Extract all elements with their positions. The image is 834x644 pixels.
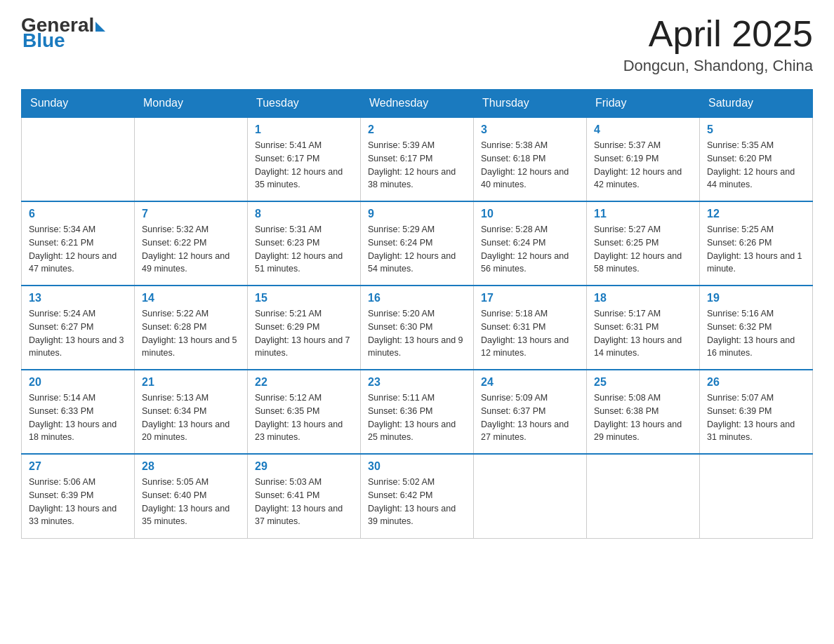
page-header: General Blue April 2025 Dongcun, Shandon…	[21, 14, 813, 75]
day-number: 13	[29, 292, 127, 304]
day-info: Sunrise: 5:07 AMSunset: 6:39 PMDaylight:…	[707, 391, 805, 444]
day-number: 25	[594, 376, 692, 389]
day-number: 23	[368, 376, 466, 389]
day-number: 18	[594, 292, 692, 304]
calendar-week-row: 1Sunrise: 5:41 AMSunset: 6:17 PMDaylight…	[22, 117, 813, 201]
calendar-day-cell: 11Sunrise: 5:27 AMSunset: 6:25 PMDayligh…	[587, 201, 700, 286]
calendar-week-row: 6Sunrise: 5:34 AMSunset: 6:21 PMDaylight…	[22, 201, 813, 286]
day-info: Sunrise: 5:13 AMSunset: 6:34 PMDaylight:…	[142, 391, 240, 444]
calendar-day-cell: 6Sunrise: 5:34 AMSunset: 6:21 PMDaylight…	[22, 201, 135, 286]
day-number: 5	[707, 123, 805, 136]
day-info: Sunrise: 5:31 AMSunset: 6:23 PMDaylight:…	[255, 223, 353, 276]
logo-arrow-icon	[95, 22, 105, 32]
day-number: 21	[142, 376, 240, 389]
calendar-day-cell: 30Sunrise: 5:02 AMSunset: 6:42 PMDayligh…	[361, 454, 474, 538]
day-info: Sunrise: 5:02 AMSunset: 6:42 PMDaylight:…	[368, 476, 466, 528]
day-number: 14	[142, 292, 240, 304]
calendar-day-cell	[700, 454, 813, 538]
day-number: 20	[29, 376, 127, 389]
day-of-week-header: Tuesday	[248, 90, 361, 118]
logo-blue-text: Blue	[22, 29, 65, 52]
day-info: Sunrise: 5:34 AMSunset: 6:21 PMDaylight:…	[29, 223, 127, 276]
calendar-table: SundayMondayTuesdayWednesdayThursdayFrid…	[21, 89, 813, 539]
calendar-day-cell	[135, 117, 248, 201]
calendar-day-cell: 5Sunrise: 5:35 AMSunset: 6:20 PMDaylight…	[700, 117, 813, 201]
day-number: 27	[29, 460, 127, 473]
day-of-week-header: Wednesday	[361, 90, 474, 118]
logo: General Blue	[21, 14, 105, 52]
day-info: Sunrise: 5:29 AMSunset: 6:24 PMDaylight:…	[368, 223, 466, 276]
calendar-day-cell: 1Sunrise: 5:41 AMSunset: 6:17 PMDaylight…	[248, 117, 361, 201]
day-number: 1	[255, 123, 353, 136]
calendar-day-cell: 4Sunrise: 5:37 AMSunset: 6:19 PMDaylight…	[587, 117, 700, 201]
day-info: Sunrise: 5:25 AMSunset: 6:26 PMDaylight:…	[707, 223, 805, 276]
day-number: 30	[368, 460, 466, 473]
calendar-day-cell: 25Sunrise: 5:08 AMSunset: 6:38 PMDayligh…	[587, 370, 700, 454]
day-info: Sunrise: 5:37 AMSunset: 6:19 PMDaylight:…	[594, 139, 692, 192]
day-number: 24	[481, 376, 579, 389]
calendar-body: 1Sunrise: 5:41 AMSunset: 6:17 PMDaylight…	[22, 117, 813, 538]
calendar-day-cell: 26Sunrise: 5:07 AMSunset: 6:39 PMDayligh…	[700, 370, 813, 454]
calendar-day-cell: 2Sunrise: 5:39 AMSunset: 6:17 PMDaylight…	[361, 117, 474, 201]
day-info: Sunrise: 5:22 AMSunset: 6:28 PMDaylight:…	[142, 307, 240, 360]
day-info: Sunrise: 5:14 AMSunset: 6:33 PMDaylight:…	[29, 391, 127, 444]
calendar-day-cell: 13Sunrise: 5:24 AMSunset: 6:27 PMDayligh…	[22, 286, 135, 370]
day-info: Sunrise: 5:09 AMSunset: 6:37 PMDaylight:…	[481, 391, 579, 444]
day-number: 2	[368, 123, 466, 136]
day-number: 28	[142, 460, 240, 473]
day-of-week-header: Thursday	[474, 90, 587, 118]
title-section: April 2025 Dongcun, Shandong, China	[623, 14, 813, 75]
day-number: 3	[481, 123, 579, 136]
day-info: Sunrise: 5:16 AMSunset: 6:32 PMDaylight:…	[707, 307, 805, 360]
calendar-day-cell: 19Sunrise: 5:16 AMSunset: 6:32 PMDayligh…	[700, 286, 813, 370]
day-number: 12	[707, 208, 805, 220]
calendar-header: SundayMondayTuesdayWednesdayThursdayFrid…	[22, 90, 813, 118]
day-number: 11	[594, 208, 692, 220]
calendar-day-cell: 3Sunrise: 5:38 AMSunset: 6:18 PMDaylight…	[474, 117, 587, 201]
day-number: 10	[481, 208, 579, 220]
day-of-week-header: Sunday	[22, 90, 135, 118]
calendar-day-cell: 16Sunrise: 5:20 AMSunset: 6:30 PMDayligh…	[361, 286, 474, 370]
day-number: 16	[368, 292, 466, 304]
day-of-week-header: Monday	[135, 90, 248, 118]
day-info: Sunrise: 5:35 AMSunset: 6:20 PMDaylight:…	[707, 139, 805, 192]
calendar-day-cell: 18Sunrise: 5:17 AMSunset: 6:31 PMDayligh…	[587, 286, 700, 370]
calendar-day-cell: 10Sunrise: 5:28 AMSunset: 6:24 PMDayligh…	[474, 201, 587, 286]
day-info: Sunrise: 5:17 AMSunset: 6:31 PMDaylight:…	[594, 307, 692, 360]
calendar-day-cell: 24Sunrise: 5:09 AMSunset: 6:37 PMDayligh…	[474, 370, 587, 454]
header-row: SundayMondayTuesdayWednesdayThursdayFrid…	[22, 90, 813, 118]
day-number: 26	[707, 376, 805, 389]
day-info: Sunrise: 5:06 AMSunset: 6:39 PMDaylight:…	[29, 476, 127, 528]
calendar-day-cell: 12Sunrise: 5:25 AMSunset: 6:26 PMDayligh…	[700, 201, 813, 286]
calendar-day-cell: 15Sunrise: 5:21 AMSunset: 6:29 PMDayligh…	[248, 286, 361, 370]
calendar-day-cell: 14Sunrise: 5:22 AMSunset: 6:28 PMDayligh…	[135, 286, 248, 370]
calendar-day-cell: 29Sunrise: 5:03 AMSunset: 6:41 PMDayligh…	[248, 454, 361, 538]
day-info: Sunrise: 5:28 AMSunset: 6:24 PMDaylight:…	[481, 223, 579, 276]
calendar-day-cell: 21Sunrise: 5:13 AMSunset: 6:34 PMDayligh…	[135, 370, 248, 454]
calendar-day-cell: 20Sunrise: 5:14 AMSunset: 6:33 PMDayligh…	[22, 370, 135, 454]
calendar-day-cell: 7Sunrise: 5:32 AMSunset: 6:22 PMDaylight…	[135, 201, 248, 286]
day-info: Sunrise: 5:12 AMSunset: 6:35 PMDaylight:…	[255, 391, 353, 444]
day-info: Sunrise: 5:08 AMSunset: 6:38 PMDaylight:…	[594, 391, 692, 444]
day-number: 8	[255, 208, 353, 220]
day-number: 29	[255, 460, 353, 473]
month-title: April 2025	[623, 14, 813, 54]
calendar-day-cell: 27Sunrise: 5:06 AMSunset: 6:39 PMDayligh…	[22, 454, 135, 538]
day-number: 9	[368, 208, 466, 220]
day-info: Sunrise: 5:32 AMSunset: 6:22 PMDaylight:…	[142, 223, 240, 276]
calendar-week-row: 13Sunrise: 5:24 AMSunset: 6:27 PMDayligh…	[22, 286, 813, 370]
day-info: Sunrise: 5:24 AMSunset: 6:27 PMDaylight:…	[29, 307, 127, 360]
calendar-day-cell: 28Sunrise: 5:05 AMSunset: 6:40 PMDayligh…	[135, 454, 248, 538]
calendar-day-cell	[587, 454, 700, 538]
calendar-day-cell	[474, 454, 587, 538]
day-number: 17	[481, 292, 579, 304]
calendar-day-cell: 22Sunrise: 5:12 AMSunset: 6:35 PMDayligh…	[248, 370, 361, 454]
location-title: Dongcun, Shandong, China	[623, 57, 813, 75]
day-info: Sunrise: 5:18 AMSunset: 6:31 PMDaylight:…	[481, 307, 579, 360]
day-info: Sunrise: 5:11 AMSunset: 6:36 PMDaylight:…	[368, 391, 466, 444]
day-info: Sunrise: 5:05 AMSunset: 6:40 PMDaylight:…	[142, 476, 240, 528]
calendar-day-cell	[22, 117, 135, 201]
calendar-week-row: 27Sunrise: 5:06 AMSunset: 6:39 PMDayligh…	[22, 454, 813, 538]
day-info: Sunrise: 5:39 AMSunset: 6:17 PMDaylight:…	[368, 139, 466, 192]
day-of-week-header: Saturday	[700, 90, 813, 118]
